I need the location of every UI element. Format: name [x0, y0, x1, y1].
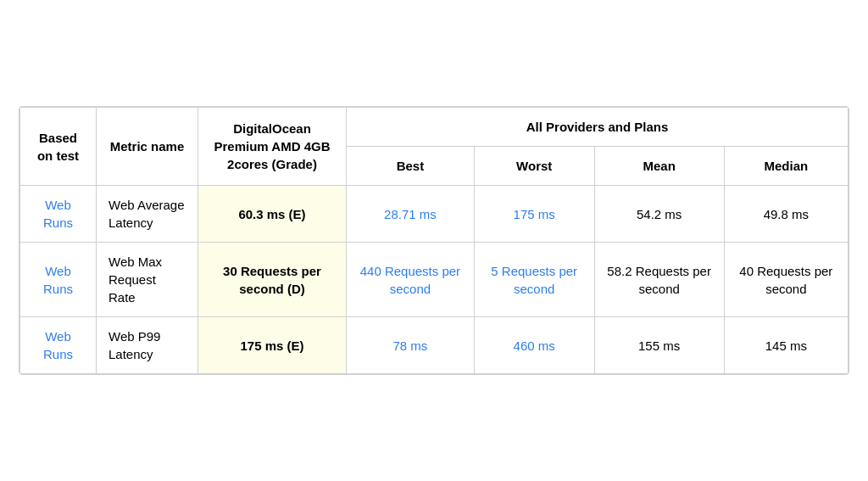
- web-runs-link[interactable]: WebRuns: [43, 198, 73, 230]
- cell-metric-name: Web Average Latency: [97, 186, 198, 243]
- cell-do-value: 30 Requests per second (D): [198, 243, 347, 317]
- web-runs-link[interactable]: WebRuns: [43, 264, 73, 296]
- cell-based-on-test[interactable]: WebRuns: [20, 186, 97, 243]
- table-row: WebRunsWeb P99 Latency175 ms (E)78 ms460…: [20, 317, 849, 374]
- cell-worst: 5 Requests per second: [474, 243, 594, 317]
- header-median: Median: [724, 147, 848, 186]
- cell-metric-name: Web P99 Latency: [97, 317, 198, 374]
- cell-based-on-test[interactable]: WebRuns: [20, 243, 97, 317]
- header-all-providers: All Providers and Plans: [347, 108, 849, 147]
- header-best: Best: [347, 147, 475, 186]
- cell-best: 440 Requests per second: [347, 243, 475, 317]
- cell-median: 49.8 ms: [724, 186, 848, 243]
- cell-worst: 460 ms: [474, 317, 594, 374]
- cell-best: 28.71 ms: [347, 186, 475, 243]
- header-worst: Worst: [474, 147, 594, 186]
- cell-best: 78 ms: [347, 317, 475, 374]
- header-based-on-test: Based on test: [20, 108, 97, 186]
- cell-do-value: 60.3 ms (E): [198, 186, 347, 243]
- cell-worst: 175 ms: [474, 186, 594, 243]
- cell-mean: 54.2 ms: [594, 186, 724, 243]
- table-row: WebRunsWeb Average Latency60.3 ms (E)28.…: [20, 186, 849, 243]
- cell-mean: 155 ms: [594, 317, 724, 374]
- header-mean: Mean: [594, 147, 724, 186]
- web-runs-link[interactable]: WebRuns: [43, 329, 73, 361]
- cell-median: 40 Requests per second: [724, 243, 848, 317]
- cell-do-value: 175 ms (E): [198, 317, 347, 374]
- cell-mean: 58.2 Requests per second: [594, 243, 724, 317]
- table-row: WebRunsWeb Max Request Rate30 Requests p…: [20, 243, 849, 317]
- cell-based-on-test[interactable]: WebRuns: [20, 317, 97, 374]
- header-digitalocean: DigitalOcean Premium AMD 4GB 2cores (Gra…: [198, 108, 347, 186]
- cell-metric-name: Web Max Request Rate: [97, 243, 198, 317]
- cell-median: 145 ms: [724, 317, 848, 374]
- header-metric-name: Metric name: [97, 108, 198, 186]
- comparison-table: Based on test Metric name DigitalOcean P…: [19, 106, 849, 375]
